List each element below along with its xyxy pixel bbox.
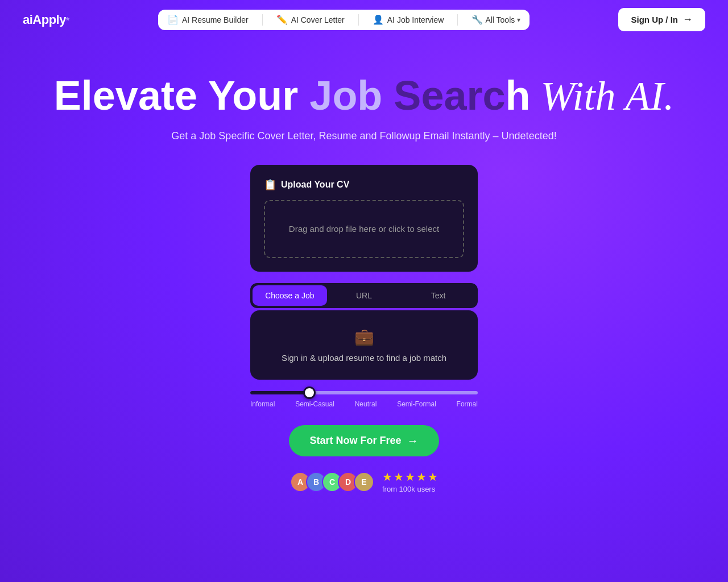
social-proof: A B C D E ★ ★ ★ ★ ★ from 100k users (11, 470, 717, 493)
tone-neutral: Neutral (355, 400, 377, 408)
slider-track (250, 391, 478, 394)
star-5: ★ (428, 470, 438, 484)
brand-name: aiApply (23, 13, 66, 27)
nav-resume-builder[interactable]: 📄 AI Resume Builder (167, 14, 249, 25)
nav-pills: 📄 AI Resume Builder ✏️ AI Cover Letter 👤… (158, 10, 530, 30)
chevron-down-icon: ▾ (517, 16, 520, 24)
hero-title-search: Searc (394, 73, 505, 118)
signup-label: Sign Up / In (631, 15, 678, 24)
hero-subtitle: Get a Job Specific Cover Letter, Resume … (11, 130, 717, 142)
star-1: ★ (382, 470, 392, 484)
tone-semi-formal: Semi-Formal (397, 400, 436, 408)
star-rating: ★ ★ ★ ★ ★ (382, 470, 438, 484)
job-match-text: Sign in & upload resume to find a job ma… (264, 353, 464, 363)
tab-text[interactable]: Text (401, 285, 475, 306)
tone-informal: Informal (250, 400, 275, 408)
upload-card-title: 📋 Upload Your CV (264, 178, 464, 191)
hero-section: Elevate Your Job Search With AI. Get a J… (0, 39, 728, 505)
navbar: aiApply* 📄 AI Resume Builder ✏️ AI Cover… (0, 0, 728, 39)
rating-text: from 100k users (382, 485, 435, 493)
cta-arrow-icon: → (407, 434, 419, 447)
hero-title-part1: Elevate Your (54, 73, 310, 118)
slider-labels: Informal Semi-Casual Neutral Semi-Formal… (250, 400, 478, 408)
hero-title-job: Job (309, 73, 394, 118)
cta-label: Start Now For Free (309, 435, 401, 447)
nav-all-tools[interactable]: 🔧 All Tools ▾ (471, 14, 520, 25)
rating-section: ★ ★ ★ ★ ★ from 100k users (382, 470, 438, 493)
cv-doc-icon: 📋 (264, 178, 276, 191)
start-free-button[interactable]: Start Now For Free → (289, 425, 439, 456)
star-3: ★ (405, 470, 415, 484)
star-2: ★ (394, 470, 404, 484)
signup-button[interactable]: Sign Up / In → (618, 8, 705, 31)
nav-divider-3 (457, 14, 458, 26)
nav-divider-2 (358, 14, 359, 26)
upload-card: 📋 Upload Your CV Drag and drop file here… (250, 165, 478, 272)
nav-cover-letter-label: AI Cover Letter (291, 15, 345, 24)
cta-section: Start Now For Free → (11, 425, 717, 456)
tab-choose-job[interactable]: Choose a Job (253, 285, 327, 306)
upload-dropzone[interactable]: Drag and drop file here or click to sele… (264, 200, 464, 258)
job-match-card: 💼 Sign in & upload resume to find a job … (250, 310, 478, 380)
tone-formal: Formal (457, 400, 478, 408)
upload-title-label: Upload Your CV (281, 180, 349, 190)
star-4: ★ (416, 470, 427, 484)
nav-resume-builder-label: AI Resume Builder (182, 15, 249, 24)
tab-bar: Choose a Job URL Text (250, 283, 478, 308)
pencil-icon: ✏️ (276, 14, 288, 25)
avatar-group: A B C D E (290, 472, 374, 492)
nav-job-interview[interactable]: 👤 AI Job Interview (373, 14, 444, 25)
signup-arrow-icon: → (682, 14, 693, 26)
nav-divider-1 (262, 14, 263, 26)
tone-semi-casual: Semi-Casual (295, 400, 334, 408)
hero-title-h: h (506, 73, 531, 118)
tone-section: Informal Semi-Casual Neutral Semi-Formal… (250, 391, 478, 408)
hero-title: Elevate Your Job Search With AI. (11, 73, 717, 119)
tools-icon: 🔧 (471, 14, 483, 25)
briefcase-icon: 💼 (264, 327, 464, 346)
person-icon: 👤 (373, 14, 384, 25)
avatar-5: E (354, 472, 374, 492)
brand-star: * (66, 16, 69, 26)
dropzone-text: Drag and drop file here or click to sele… (289, 224, 439, 234)
slider-thumb[interactable] (303, 386, 316, 399)
nav-all-tools-label: All Tools (485, 15, 515, 24)
hero-title-ai: With AI. (531, 73, 675, 119)
nav-cover-letter[interactable]: ✏️ AI Cover Letter (276, 14, 345, 25)
brand-logo[interactable]: aiApply* (23, 13, 69, 27)
tab-url[interactable]: URL (327, 285, 402, 306)
nav-job-interview-label: AI Job Interview (387, 15, 444, 24)
document-icon: 📄 (167, 14, 179, 25)
